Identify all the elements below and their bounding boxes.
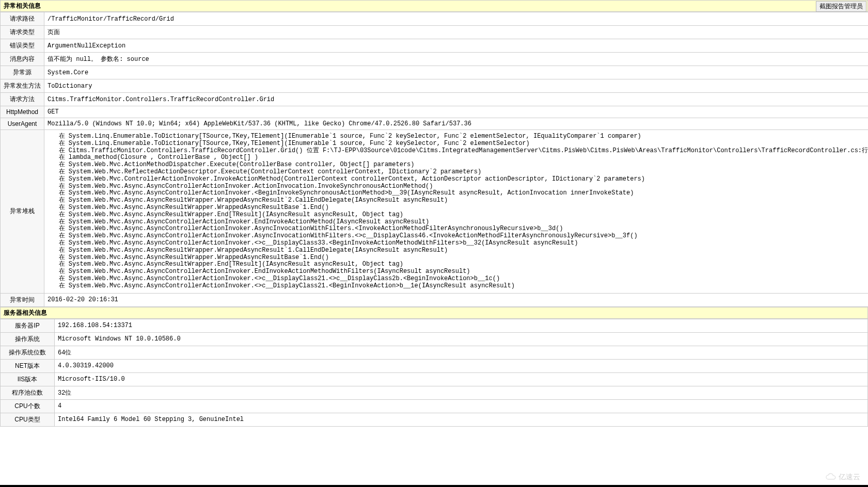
pool-bits-value: 32位 xyxy=(55,386,868,399)
user-agent-label: UserAgent xyxy=(1,118,44,130)
time-label: 异常时间 xyxy=(1,293,44,306)
table-row: 操作系统位数 64位 xyxy=(1,346,868,359)
table-row: 操作系统 Microsoft Windows NT 10.0.10586.0 xyxy=(1,332,868,346)
request-type-value: 页面 xyxy=(44,26,869,39)
os-bits-label: 操作系统位数 xyxy=(1,346,55,359)
http-method-value: GET xyxy=(44,106,869,118)
server-table: 服务器IP 192.168.108.54:13371 操作系统 Microsof… xyxy=(0,319,868,427)
error-type-value: ArgumentNullException xyxy=(44,39,869,53)
table-row: 异常发生方法 ToDictionary xyxy=(1,79,869,93)
server-ip-label: 服务器IP xyxy=(1,319,55,332)
method-label: 异常发生方法 xyxy=(1,79,44,93)
method-value: ToDictionary xyxy=(44,79,869,93)
exception-section-header: 异常相关信息 截图报告管理员 xyxy=(0,0,868,12)
source-label: 异常源 xyxy=(1,66,44,79)
source-value: System.Core xyxy=(44,66,869,79)
table-row: 异常时间 2016-02-20 20:16:31 xyxy=(1,293,869,306)
table-row: NET版本 4.0.30319.42000 xyxy=(1,359,868,372)
os-bits-value: 64位 xyxy=(55,346,868,359)
cpu-count-label: CPU个数 xyxy=(1,399,55,413)
stack-label: 异常堆栈 xyxy=(1,130,44,294)
message-value: 值不能为 null。 参数名: source xyxy=(44,53,869,66)
request-path-value: /TrafficMonitor/TrafficRecord/Grid xyxy=(44,12,869,26)
user-agent-value: Mozilla/5.0 (Windows NT 10.0; Win64; x64… xyxy=(44,118,869,130)
request-type-label: 请求类型 xyxy=(1,26,44,39)
table-row: HttpMethod GET xyxy=(1,106,869,118)
net-value: 4.0.30319.42000 xyxy=(55,359,868,372)
os-value: Microsoft Windows NT 10.0.10586.0 xyxy=(55,332,868,346)
server-ip-value: 192.168.108.54:13371 xyxy=(55,319,868,332)
server-section-title: 服务器相关信息 xyxy=(4,309,47,316)
stack-value: 在 System.Linq.Enumerable.ToDictionary[TS… xyxy=(44,130,869,294)
time-value: 2016-02-20 20:16:31 xyxy=(44,293,869,306)
table-row: UserAgent Mozilla/5.0 (Windows NT 10.0; … xyxy=(1,118,869,130)
cpu-count-value: 4 xyxy=(55,399,868,413)
http-method-label: HttpMethod xyxy=(1,106,44,118)
pool-bits-label: 程序池位数 xyxy=(1,386,55,399)
error-type-label: 错误类型 xyxy=(1,39,44,53)
os-label: 操作系统 xyxy=(1,332,55,346)
table-row: 请求路径 /TrafficMonitor/TrafficRecord/Grid xyxy=(1,12,869,26)
cpu-type-label: CPU类型 xyxy=(1,413,55,426)
request-path-label: 请求路径 xyxy=(1,12,44,26)
table-row: CPU类型 Intel64 Family 6 Model 60 Stepping… xyxy=(1,413,868,426)
table-row: 错误类型 ArgumentNullException xyxy=(1,39,869,53)
table-row: 消息内容 值不能为 null。 参数名: source xyxy=(1,53,869,66)
request-method-value: Citms.TrafficMonitor.Controllers.Traffic… xyxy=(44,93,869,106)
table-row: CPU个数 4 xyxy=(1,399,868,413)
table-row: 请求方法 Citms.TrafficMonitor.Controllers.Tr… xyxy=(1,93,869,106)
iis-value: Microsoft-IIS/10.0 xyxy=(55,372,868,386)
server-section-header: 服务器相关信息 xyxy=(0,307,868,319)
request-method-label: 请求方法 xyxy=(1,93,44,106)
table-row: 程序池位数 32位 xyxy=(1,386,868,399)
table-row: 请求类型 页面 xyxy=(1,26,869,39)
table-row: 服务器IP 192.168.108.54:13371 xyxy=(1,319,868,332)
cpu-type-value: Intel64 Family 6 Model 60 Stepping 3, Ge… xyxy=(55,413,868,426)
exception-section-title: 异常相关信息 xyxy=(4,2,41,9)
table-row: IIS版本 Microsoft-IIS/10.0 xyxy=(1,372,868,386)
table-row: 异常堆栈 在 System.Linq.Enumerable.ToDictiona… xyxy=(1,130,869,294)
iis-label: IIS版本 xyxy=(1,372,55,386)
table-row: 异常源 System.Core xyxy=(1,66,869,79)
screenshot-report-button[interactable]: 截图报告管理员 xyxy=(816,1,866,12)
message-label: 消息内容 xyxy=(1,53,44,66)
exception-table: 请求路径 /TrafficMonitor/TrafficRecord/Grid … xyxy=(0,12,868,307)
net-label: NET版本 xyxy=(1,359,55,372)
